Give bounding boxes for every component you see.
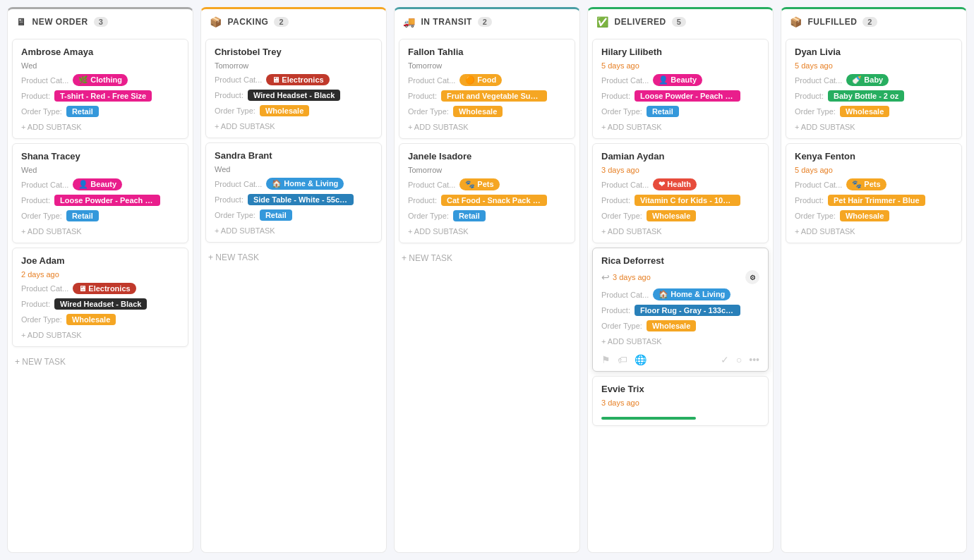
card-name: Rica Deforrest <box>601 255 759 266</box>
column-body-packing: Christobel TreyTomorrowProduct Cat...🖥 E… <box>200 35 387 553</box>
product-cat-label: Product Cat... <box>21 76 68 85</box>
order-type-label: Order Type: <box>215 211 255 219</box>
product-cat-row: Product Cat...❤ Health <box>601 178 759 190</box>
more-icon[interactable]: ••• <box>749 354 759 365</box>
order-type-row: Order Type:Wholesale <box>601 210 759 221</box>
flag-icon[interactable]: ⚑ <box>601 354 611 365</box>
add-subtask-button[interactable]: + ADD SUBTASK <box>21 226 179 237</box>
add-subtask-button[interactable]: + ADD SUBTASK <box>215 121 373 132</box>
column-body-fulfilled: Dyan Livia5 days agoProduct Cat...🍼 Baby… <box>781 35 967 553</box>
product-cat-row: Product Cat...👤 Beauty <box>21 178 179 190</box>
add-subtask-button[interactable]: + ADD SUBTASK <box>601 226 759 237</box>
product-row: Product:Fruit and Vegetable Supple... <box>408 90 566 102</box>
product-cat-label: Product Cat... <box>601 76 649 85</box>
order-type-label: Order Type: <box>408 212 449 220</box>
table-row[interactable]: Kenya Fenton5 days agoProduct Cat...🐾 Pe… <box>786 143 962 243</box>
card-date: 5 days ago <box>795 61 953 70</box>
card-date: Wed <box>215 165 373 174</box>
table-row[interactable]: Janele IsadoreTomorrowProduct Cat...🐾 Pe… <box>399 143 575 243</box>
table-row[interactable]: Fallon TahliaTomorrowProduct Cat...🟠 Foo… <box>399 39 575 139</box>
product-cat-row: Product Cat...🐾 Pets <box>408 178 566 190</box>
product-cat-row: Product Cat...🖥 Electronics <box>21 283 179 294</box>
add-subtask-button[interactable]: + ADD SUBTASK <box>795 121 953 133</box>
product-badge: Loose Powder - Peach - 8 q... <box>635 90 740 102</box>
table-row[interactable]: Christobel TreyTomorrowProduct Cat...🖥 E… <box>205 39 382 138</box>
column-count-delivered: 5 <box>672 17 687 27</box>
column-icon-delivered: ✅ <box>596 16 609 28</box>
globe-icon[interactable]: 🌐 <box>635 354 647 365</box>
table-row[interactable]: Shana TraceyWedProduct Cat...👤 BeautyPro… <box>12 143 188 243</box>
product-label: Product: <box>408 92 437 100</box>
order-type-row: Order Type:Retail <box>21 106 179 117</box>
add-subtask-button[interactable]: + ADD SUBTASK <box>408 121 566 133</box>
table-row[interactable]: Sandra BrantWedProduct Cat...🏠 Home & Li… <box>205 142 382 243</box>
product-badge: Wired Headset - Black <box>54 298 147 310</box>
reassign-icon[interactable]: ↩ <box>601 272 610 283</box>
column-header-new-order: 🖥NEW ORDER3 <box>7 7 193 35</box>
card-date: 5 days ago <box>795 166 953 174</box>
order-type-badge: Wholesale <box>453 106 503 117</box>
product-cat-label: Product Cat... <box>215 75 262 84</box>
circle-icon[interactable]: ○ <box>736 354 742 365</box>
new-task-button[interactable]: + NEW TASK <box>205 247 382 268</box>
card-date: 3 days ago <box>601 166 759 174</box>
product-cat-label: Product Cat... <box>21 284 68 293</box>
add-subtask-button[interactable]: + ADD SUBTASK <box>408 226 566 237</box>
table-row[interactable]: Joe Adam2 days agoProduct Cat...🖥 Electr… <box>12 248 188 347</box>
add-subtask-button[interactable]: + ADD SUBTASK <box>601 121 759 133</box>
product-cat-badge: 🌿 Clothing <box>73 74 128 86</box>
column-icon-in-transit: 🚚 <box>403 16 416 28</box>
product-cat-badge: 👤 Beauty <box>73 178 122 190</box>
card-name: Shana Tracey <box>21 151 179 162</box>
order-type-row: Order Type:Retail <box>21 210 179 221</box>
card-name: Christobel Trey <box>215 47 373 57</box>
column-new-order: 🖥NEW ORDER3Ambrose AmayaWedProduct Cat..… <box>7 7 193 553</box>
add-subtask-button[interactable]: + ADD SUBTASK <box>215 225 373 236</box>
table-row[interactable]: Evvie Trix3 days ago <box>592 376 769 426</box>
column-delivered: ✅DELIVERED5Hilary Lilibeth5 days agoProd… <box>587 7 774 553</box>
add-subtask-button[interactable]: + ADD SUBTASK <box>21 121 179 133</box>
order-type-label: Order Type: <box>21 212 62 220</box>
table-row[interactable]: Rica Deforrest↩3 days ago⚙Product Cat...… <box>592 248 769 372</box>
settings-icon[interactable]: ⚙ <box>745 270 759 284</box>
table-row[interactable]: Hilary Lilibeth5 days agoProduct Cat...👤… <box>592 39 769 139</box>
card-date: 2 days ago <box>21 270 179 279</box>
column-count-in-transit: 2 <box>478 17 493 27</box>
product-label: Product: <box>601 196 630 205</box>
product-label: Product: <box>215 91 244 99</box>
column-count-fulfilled: 2 <box>862 17 877 27</box>
table-row[interactable]: Damian Aydan3 days agoProduct Cat...❤ He… <box>592 143 769 243</box>
order-type-badge: Wholesale <box>647 320 696 331</box>
tag-icon[interactable]: 🏷 <box>618 354 627 365</box>
order-type-row: Order Type:Wholesale <box>408 106 566 117</box>
card-top-row: ↩3 days ago⚙ <box>601 270 759 284</box>
new-task-button[interactable]: + NEW TASK <box>399 248 575 269</box>
product-cat-label: Product Cat... <box>21 181 68 189</box>
order-type-label: Order Type: <box>601 212 642 220</box>
column-label-new-order: NEW ORDER <box>32 17 88 27</box>
product-cat-badge: 👤 Beauty <box>653 74 702 86</box>
order-type-label: Order Type: <box>795 107 836 116</box>
product-cat-label: Product Cat... <box>408 76 455 85</box>
add-subtask-button[interactable]: + ADD SUBTASK <box>21 329 179 341</box>
card-name: Hilary Lilibeth <box>601 47 759 57</box>
product-cat-label: Product Cat... <box>795 76 842 85</box>
new-task-button[interactable]: + NEW TASK <box>12 351 188 372</box>
product-label: Product: <box>795 92 824 100</box>
order-type-row: Order Type:Retail <box>408 210 566 221</box>
table-row[interactable]: Dyan Livia5 days agoProduct Cat...🍼 Baby… <box>786 39 962 139</box>
table-row[interactable]: Ambrose AmayaWedProduct Cat...🌿 Clothing… <box>12 39 188 139</box>
add-subtask-button[interactable]: + ADD SUBTASK <box>795 226 953 237</box>
card-name: Evvie Trix <box>601 384 759 394</box>
product-cat-label: Product Cat... <box>408 181 455 189</box>
product-row: Product:Loose Powder - Peach - 8 q... <box>601 90 759 102</box>
order-type-badge: Wholesale <box>66 314 116 325</box>
column-header-fulfilled: 📦FULFILLED2 <box>781 7 967 35</box>
reassign-area: ↩3 days ago <box>601 272 651 283</box>
check-icon[interactable]: ✓ <box>721 354 729 365</box>
add-subtask-button[interactable]: + ADD SUBTASK <box>601 336 759 347</box>
column-label-packing: PACKING <box>228 17 269 27</box>
product-cat-label: Product Cat... <box>215 180 262 188</box>
product-cat-label: Product Cat... <box>601 291 649 299</box>
card-name: Joe Adam <box>21 255 179 266</box>
